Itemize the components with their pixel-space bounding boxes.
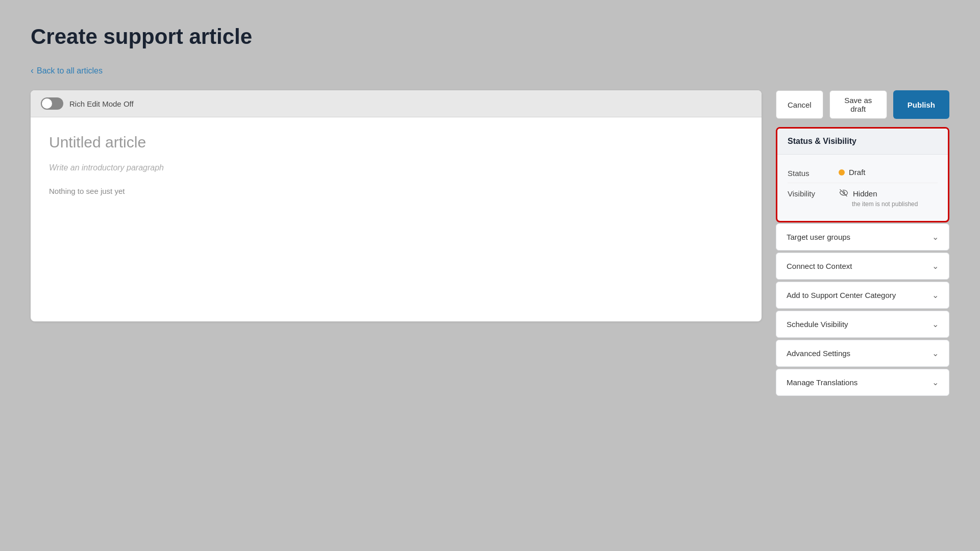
accordion-item-schedule-visibility[interactable]: Schedule Visibility ⌄: [776, 311, 949, 338]
accordion-container: Target user groups ⌄ Connect to Context …: [776, 223, 949, 398]
eye-slash-icon: [839, 188, 849, 198]
cancel-button[interactable]: Cancel: [776, 90, 823, 119]
empty-content-text: Nothing to see just yet: [49, 187, 743, 195]
rich-edit-toggle[interactable]: [41, 97, 63, 110]
visibility-value-group: Hidden the item is not published: [839, 188, 918, 208]
accordion-label-manage-translations: Manage Translations: [787, 378, 857, 387]
draft-status-dot: [839, 169, 845, 176]
visibility-row: Visibility Hidden the item is not publis…: [788, 183, 938, 213]
accordion-header-manage-translations: Manage Translations ⌄: [776, 369, 949, 395]
chevron-down-icon-schedule-visibility: ⌄: [932, 319, 939, 329]
accordion-item-target-user-groups[interactable]: Target user groups ⌄: [776, 223, 949, 251]
back-link-label: Back to all articles: [37, 66, 103, 76]
status-indicator: Draft: [839, 168, 866, 177]
back-link[interactable]: ‹ Back to all articles: [31, 65, 103, 76]
back-chevron-icon: ‹: [31, 65, 34, 76]
publish-button[interactable]: Publish: [893, 90, 949, 119]
accordion-header-advanced-settings: Advanced Settings ⌄: [776, 340, 949, 366]
page-wrapper: Create support article ‹ Back to all art…: [0, 0, 980, 551]
accordion-item-manage-translations[interactable]: Manage Translations ⌄: [776, 369, 949, 396]
rich-edit-label: Rich Edit Mode Off: [69, 99, 134, 108]
accordion-label-add-to-category: Add to Support Center Category: [787, 291, 896, 299]
panel-header: Status & Visibility: [777, 129, 948, 155]
status-visibility-panel: Status & Visibility Status Draft Visibil…: [776, 127, 949, 222]
editor-area: Rich Edit Mode Off Untitled article Writ…: [31, 90, 762, 321]
status-row: Status Draft: [788, 163, 938, 183]
status-value-text: Draft: [849, 168, 866, 177]
accordion-item-advanced-settings[interactable]: Advanced Settings ⌄: [776, 340, 949, 367]
accordion-item-connect-to-context[interactable]: Connect to Context ⌄: [776, 253, 949, 280]
intro-placeholder: Write an introductory paragraph: [49, 163, 743, 172]
accordion-label-advanced-settings: Advanced Settings: [787, 349, 850, 358]
rich-edit-bar: Rich Edit Mode Off: [31, 90, 762, 117]
status-value-group: Draft: [839, 168, 866, 177]
visibility-indicator: Hidden: [839, 188, 918, 198]
editor-content[interactable]: Untitled article Write an introductory p…: [31, 117, 762, 321]
visibility-label: Visibility: [788, 188, 839, 198]
page-title: Create support article: [31, 24, 949, 49]
accordion-header-target-user-groups: Target user groups ⌄: [776, 224, 949, 250]
chevron-down-icon-connect-to-context: ⌄: [932, 261, 939, 271]
visibility-value-text: Hidden: [853, 189, 877, 198]
chevron-down-icon-manage-translations: ⌄: [932, 378, 939, 387]
header-actions: Cancel Save as draft Publish: [776, 90, 949, 119]
panel-body: Status Draft Visibility: [777, 155, 948, 221]
accordion-label-target-user-groups: Target user groups: [787, 233, 850, 241]
chevron-down-icon-add-to-category: ⌄: [932, 290, 939, 300]
accordion-header-connect-to-context: Connect to Context ⌄: [776, 253, 949, 279]
main-layout: Rich Edit Mode Off Untitled article Writ…: [31, 90, 949, 398]
save-draft-button[interactable]: Save as draft: [829, 90, 887, 119]
accordion-label-connect-to-context: Connect to Context: [787, 262, 852, 270]
chevron-down-icon-advanced-settings: ⌄: [932, 348, 939, 358]
accordion-item-add-to-category[interactable]: Add to Support Center Category ⌄: [776, 282, 949, 309]
chevron-down-icon-target-user-groups: ⌄: [932, 232, 939, 242]
visibility-sub-text: the item is not published: [852, 201, 918, 208]
status-label: Status: [788, 168, 839, 178]
accordion-header-schedule-visibility: Schedule Visibility ⌄: [776, 311, 949, 337]
right-sidebar: Cancel Save as draft Publish Status & Vi…: [776, 90, 949, 398]
accordion-header-add-to-category: Add to Support Center Category ⌄: [776, 282, 949, 308]
accordion-label-schedule-visibility: Schedule Visibility: [787, 320, 848, 329]
article-title: Untitled article: [49, 134, 743, 151]
